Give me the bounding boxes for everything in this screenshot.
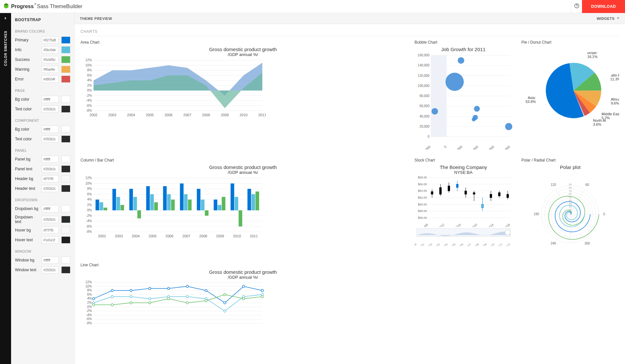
color-hex-input[interactable] — [42, 175, 59, 182]
color-hex-input[interactable] — [42, 56, 59, 63]
svg-point-278 — [186, 302, 188, 304]
svg-rect-116 — [163, 186, 167, 210]
preview-title: THEME PREVIEW — [80, 17, 112, 21]
svg-text:9/24: 9/24 — [488, 223, 494, 227]
svg-text:2001: 2001 — [419, 243, 425, 246]
svg-rect-109 — [133, 197, 137, 210]
color-swatch[interactable] — [61, 46, 70, 53]
svg-point-258 — [186, 285, 188, 287]
color-swatch[interactable] — [61, 66, 70, 73]
svg-text:6,000: 6,000 — [486, 145, 495, 150]
color-swatch[interactable] — [61, 266, 70, 273]
svg-rect-129 — [218, 205, 221, 211]
color-hex-input[interactable] — [42, 96, 59, 103]
color-label: Panel text — [15, 167, 39, 171]
color-hex-input[interactable] — [42, 165, 59, 173]
color-swatch[interactable] — [61, 257, 70, 264]
color-hex-input[interactable] — [42, 227, 59, 234]
help-button[interactable] — [571, 0, 582, 13]
svg-point-279 — [205, 300, 207, 302]
svg-text:10%: 10% — [85, 182, 92, 185]
svg-text:$68.00: $68.00 — [418, 176, 427, 179]
download-button[interactable]: DOWNLOAD — [582, 0, 625, 13]
svg-point-260 — [224, 302, 226, 304]
svg-point-259 — [205, 289, 207, 292]
color-swatch[interactable] — [61, 105, 70, 113]
sidebar-section-head: WINDOW — [11, 245, 74, 255]
svg-text:$62.00: $62.00 — [418, 196, 427, 199]
svg-rect-180 — [417, 229, 510, 236]
svg-point-56 — [474, 106, 480, 112]
svg-text:-2%: -2% — [86, 214, 92, 217]
color-swatch[interactable] — [61, 185, 70, 192]
color-swatch[interactable] — [61, 175, 70, 182]
color-hex-input[interactable] — [42, 76, 59, 83]
svg-point-255 — [130, 289, 132, 292]
color-hex-input[interactable] — [42, 205, 59, 212]
color-swatch[interactable] — [61, 205, 70, 212]
svg-text:Middle East: Middle East — [602, 112, 619, 116]
color-label: Text color — [15, 137, 39, 141]
color-swatch[interactable] — [61, 126, 70, 133]
color-hex-input[interactable] — [42, 236, 59, 244]
color-hex-input[interactable] — [42, 135, 59, 143]
color-swatch[interactable] — [61, 96, 70, 103]
sidebar-section-head: BRAND COLORS — [11, 25, 74, 35]
color-hex-input[interactable] — [42, 156, 59, 163]
svg-point-55 — [458, 57, 464, 64]
color-row: Panel text — [11, 164, 74, 174]
color-swatch[interactable] — [61, 165, 70, 173]
color-label: Dropdown text — [15, 215, 39, 224]
color-swatch[interactable] — [61, 56, 70, 63]
svg-text:11.3%: 11.3% — [610, 77, 619, 81]
chart-subtitle: /GDP annual %/ — [80, 275, 405, 280]
svg-rect-132 — [231, 184, 234, 211]
color-hex-input[interactable] — [42, 126, 59, 133]
svg-text:-4%: -4% — [86, 99, 92, 102]
color-hex-input[interactable] — [42, 266, 59, 273]
color-swatch[interactable] — [61, 236, 70, 244]
svg-point-261 — [242, 285, 245, 287]
color-swatch[interactable] — [61, 156, 70, 163]
svg-point-265 — [130, 296, 132, 298]
svg-rect-117 — [167, 194, 171, 211]
color-label: Error — [15, 77, 39, 81]
chart-title: The Boeing Company — [414, 164, 512, 170]
color-swatch[interactable] — [61, 36, 70, 44]
color-hex-input[interactable] — [42, 216, 59, 223]
svg-text:4,000: 4,000 — [470, 145, 479, 150]
svg-text:2006: 2006 — [458, 243, 464, 246]
color-hex-input[interactable] — [42, 105, 59, 113]
color-hex-input[interactable] — [42, 36, 59, 44]
expand-rail-button[interactable] — [0, 13, 11, 24]
color-swatch[interactable] — [61, 216, 70, 223]
svg-rect-102 — [104, 208, 107, 210]
svg-text:3.6%: 3.6% — [593, 122, 601, 126]
color-swatch[interactable] — [61, 76, 70, 83]
svg-text:-8%: -8% — [86, 230, 92, 233]
color-hex-input[interactable] — [42, 66, 59, 73]
svg-text:0: 0 — [428, 135, 429, 138]
color-label: Info — [15, 48, 39, 52]
svg-text:.atin America:: .atin America: — [610, 73, 619, 77]
chart-card-label: Area Chart — [80, 40, 405, 45]
color-hex-input[interactable] — [42, 46, 59, 53]
color-hex-input[interactable] — [42, 185, 59, 192]
chart-title: Polar plot — [521, 164, 619, 170]
color-row: Error — [11, 74, 74, 84]
svg-rect-137 — [252, 194, 255, 211]
theme-name: BOOTSTRAP — [15, 18, 70, 22]
svg-text:9/28: 9/28 — [504, 223, 511, 227]
color-swatch[interactable] — [61, 135, 70, 143]
color-label: Hover text — [15, 238, 39, 242]
svg-text:2005: 2005 — [149, 234, 156, 238]
color-swatch[interactable] — [61, 227, 70, 234]
widgets-dropdown[interactable]: WIDGETS — [597, 17, 620, 21]
svg-text:2012: 2012 — [504, 243, 511, 246]
svg-text:53.8%: 53.8% — [526, 100, 536, 104]
svg-rect-121 — [184, 194, 188, 211]
svg-text:-6%: -6% — [86, 225, 92, 228]
color-hex-input[interactable] — [42, 257, 59, 264]
svg-text:-4%: -4% — [86, 219, 92, 223]
svg-text:2007: 2007 — [182, 234, 190, 238]
